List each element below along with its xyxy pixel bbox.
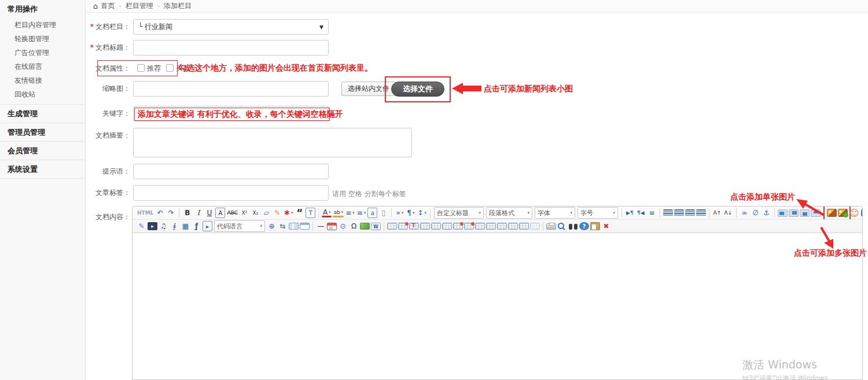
html-source-icon[interactable]: HTML <box>137 208 154 218</box>
special-char-icon[interactable]: Ω <box>349 221 359 231</box>
merge-cells-icon[interactable] <box>497 223 507 230</box>
choose-file-button[interactable]: 选择文件 <box>391 82 444 97</box>
sidebar-item[interactable]: 栏目内容管理 <box>0 18 85 32</box>
split-cols-icon[interactable] <box>519 223 529 230</box>
tags-input[interactable] <box>133 185 329 201</box>
tip-input[interactable] <box>133 164 329 179</box>
split-cells-icon[interactable] <box>530 223 540 230</box>
internet-icon[interactable]: ⊕ <box>267 221 277 231</box>
merge-down-icon[interactable] <box>486 223 496 230</box>
delete-table-icon[interactable] <box>398 223 408 230</box>
highlight-color-icon[interactable]: ab▾ <box>333 209 344 217</box>
checkbox-recommend[interactable] <box>137 64 145 72</box>
sidebar-section-0-header[interactable]: 常用操作 <box>0 0 85 18</box>
first-line-indent-icon[interactable]: ≡ <box>647 208 657 218</box>
paste-plain-icon[interactable] <box>590 222 600 230</box>
flash-icon[interactable]: ƒ <box>192 221 201 231</box>
video-capture-icon[interactable]: ▸ <box>203 221 212 231</box>
breadcrumb-item[interactable]: 栏目管理 <box>126 2 153 10</box>
search-replace-icon[interactable] <box>568 223 578 230</box>
insert-table-icon[interactable] <box>387 223 397 230</box>
superscript-icon[interactable]: X² <box>240 208 249 218</box>
insert-multi-image-icon[interactable] <box>838 209 848 217</box>
insert-video-icon[interactable]: ▸ <box>148 222 157 230</box>
sidebar-section-2-header[interactable]: 管理员管理 <box>0 123 85 141</box>
image-center-icon[interactable] <box>800 209 810 217</box>
print-icon[interactable] <box>546 223 556 230</box>
paragraph-spacing-icon[interactable]: ¶▾ <box>406 208 415 218</box>
underline-icon[interactable]: U <box>204 208 214 218</box>
subscript-icon[interactable]: X₂ <box>251 208 260 218</box>
bold-icon[interactable]: B <box>182 208 192 218</box>
align-left-icon[interactable] <box>663 209 673 216</box>
help-icon[interactable]: ? <box>579 222 589 230</box>
paste-text-icon[interactable]: T <box>306 208 315 218</box>
redo-icon[interactable]: ↷ <box>166 208 176 218</box>
sidebar-item[interactable]: 回收站 <box>0 87 85 101</box>
image-block-icon[interactable] <box>811 209 821 217</box>
code-language-select[interactable]: 代码语言▾ <box>214 220 265 232</box>
clear-doc-icon[interactable]: ✖ <box>601 221 611 231</box>
custom-title-select[interactable]: 自定义标题▾ <box>434 207 484 219</box>
line-height-icon[interactable]: ↕▾ <box>417 208 427 218</box>
sidebar-section-1-header[interactable]: 生成管理 <box>0 105 85 123</box>
merge-right-icon[interactable] <box>475 223 485 230</box>
summary-textarea[interactable] <box>133 128 412 157</box>
time-icon[interactable]: ⊙ <box>338 221 348 231</box>
map-icon[interactable] <box>360 223 370 230</box>
undo-icon[interactable]: ↶ <box>155 208 165 218</box>
font-size-up-icon[interactable]: A↑ <box>712 208 722 218</box>
checkbox-headline[interactable] <box>166 64 174 72</box>
delete-row-icon[interactable] <box>453 223 463 230</box>
border-text-icon[interactable]: A <box>215 208 225 218</box>
rtl-icon[interactable]: ¶◀ <box>636 208 646 218</box>
strikethrough-icon[interactable]: ABC <box>226 208 238 218</box>
doodle-icon[interactable]: ✎ <box>137 221 146 231</box>
preview-icon[interactable] <box>557 222 567 230</box>
font-color-icon[interactable]: A▾ <box>322 209 332 217</box>
music-icon[interactable]: ♫ <box>159 221 168 231</box>
sidebar-item[interactable]: 广告位管理 <box>0 46 85 60</box>
remove-format-icon[interactable]: ▱ <box>262 208 271 218</box>
auto-typeset-icon[interactable]: a <box>367 208 377 218</box>
insert-row-icon[interactable] <box>431 223 441 230</box>
paragraph-format-select[interactable]: 段落格式▾ <box>486 207 532 219</box>
fullscreen-icon[interactable] <box>861 209 862 216</box>
sidebar-item[interactable]: 友情链接 <box>0 73 85 87</box>
delete-col-icon[interactable] <box>464 223 474 230</box>
word-image-icon[interactable] <box>371 223 381 230</box>
template-icon[interactable] <box>300 223 310 230</box>
emotion-icon[interactable]: ☺ <box>849 208 860 218</box>
font-size-select[interactable]: 字号▾ <box>578 207 618 219</box>
align-justify-icon[interactable] <box>696 209 706 216</box>
editor-content-area[interactable] <box>133 233 862 379</box>
doc-category-select[interactable]: └ 行业新闻 ▼ <box>133 19 329 35</box>
table-title-icon[interactable] <box>409 223 419 230</box>
anchor-icon[interactable]: ⚓ <box>762 208 771 218</box>
blockquote-icon[interactable]: “ <box>295 208 304 218</box>
attachment-icon[interactable]: ∮ <box>170 221 179 231</box>
font-family-select[interactable]: 字体▾ <box>535 207 575 219</box>
table-header-icon[interactable] <box>420 223 430 230</box>
ordered-list-icon[interactable]: ≡▾ <box>345 208 355 218</box>
image-float-left-icon[interactable] <box>778 209 788 217</box>
horizontal-rule-icon[interactable]: — <box>316 221 326 231</box>
breadcrumb-item[interactable]: 首页 <box>101 2 115 10</box>
format-painter-icon[interactable]: ✎ <box>273 208 282 218</box>
sidebar-item[interactable]: 在线留言 <box>0 60 85 73</box>
blank-page-icon[interactable]: ▯ <box>378 208 388 218</box>
choose-site-file-button[interactable]: 选择站内文件 <box>341 82 396 96</box>
split-rows-icon[interactable] <box>508 223 518 230</box>
indent-icon[interactable]: »▾ <box>395 208 404 218</box>
font-size-down-icon[interactable]: A↓ <box>723 208 733 218</box>
unlink-icon[interactable]: ∅ <box>751 208 760 218</box>
sidebar-item[interactable]: 轮换图管理 <box>0 32 85 46</box>
insert-col-icon[interactable] <box>442 223 452 230</box>
doc-title-input[interactable] <box>133 40 329 56</box>
image-hotspot-icon[interactable]: ▦ <box>181 221 190 231</box>
ltr-icon[interactable]: ▶¶ <box>625 208 635 218</box>
link-icon[interactable]: ∞ <box>740 208 749 218</box>
italic-icon[interactable]: I <box>193 208 203 218</box>
sidebar-section-4-header[interactable]: 系统设置 <box>0 160 85 178</box>
insert-single-image-icon[interactable] <box>827 209 837 217</box>
